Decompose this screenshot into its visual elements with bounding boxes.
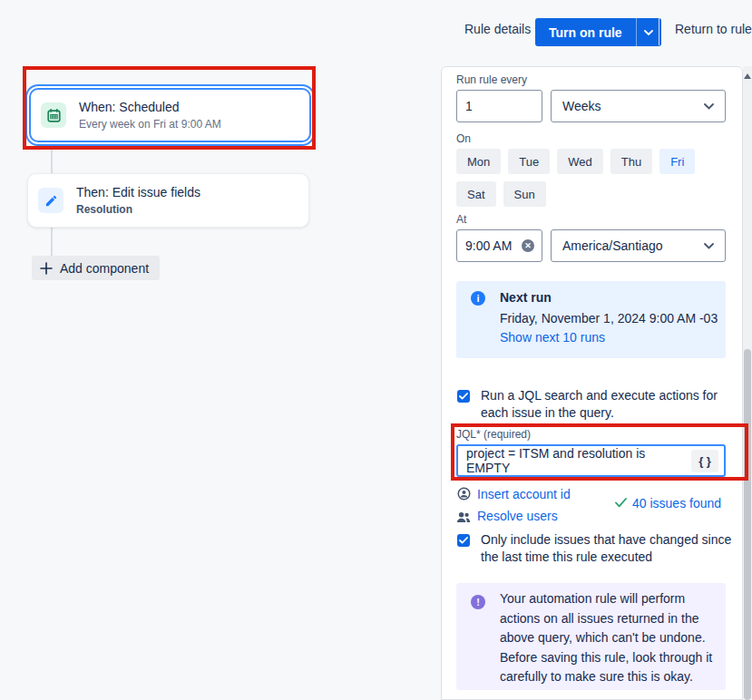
day-chip-tue[interactable]: Tue bbox=[508, 149, 550, 174]
chevron-down-icon bbox=[704, 103, 714, 110]
check-icon bbox=[459, 393, 468, 400]
users-icon bbox=[456, 511, 471, 523]
action-card-edit-issue-fields[interactable]: Then: Edit issue fields Resolution bbox=[27, 173, 309, 228]
issues-found-count[interactable]: 40 issues found bbox=[632, 496, 721, 510]
action-card-title: Then: Edit issue fields bbox=[76, 185, 200, 200]
run-rule-every-label: Run rule every bbox=[456, 73, 527, 86]
jql-input[interactable]: project = ITSM and resolution is EMPTY {… bbox=[456, 444, 726, 477]
changed-since-checkbox[interactable] bbox=[457, 534, 470, 547]
next-run-title: Next run bbox=[500, 290, 552, 305]
info-icon: i bbox=[471, 291, 485, 306]
interval-unit-value: Weeks bbox=[562, 99, 601, 113]
interval-input[interactable]: 1 bbox=[456, 90, 542, 122]
account-circle-icon bbox=[457, 487, 471, 501]
pencil-icon bbox=[38, 188, 63, 213]
run-jql-checkbox-label: Run a JQL search and execute actions for… bbox=[481, 387, 729, 422]
trigger-card-title: When: Scheduled bbox=[79, 100, 221, 115]
scrollbar-up-arrow[interactable] bbox=[744, 73, 751, 79]
return-to-rules-link[interactable]: Return to rules bbox=[675, 22, 752, 36]
timezone-value: America/Santiago bbox=[562, 238, 663, 253]
success-check-icon bbox=[615, 498, 627, 508]
next-run-datetime: Friday, November 1, 2024 9:00 AM -03 bbox=[500, 310, 718, 327]
check-icon bbox=[459, 537, 468, 544]
warning-icon: ! bbox=[471, 595, 485, 609]
chevron-down-icon bbox=[704, 243, 714, 249]
trigger-card-subtitle: Every week on Fri at 9:00 AM bbox=[79, 117, 221, 131]
jql-value: project = ITSM and resolution is EMPTY bbox=[466, 446, 691, 475]
on-days-label: On bbox=[456, 132, 471, 145]
resolve-users-link[interactable]: Resolve users bbox=[477, 509, 558, 523]
day-chip-sat[interactable]: Sat bbox=[456, 181, 496, 207]
day-chip-fri-selected[interactable]: Fri bbox=[659, 149, 695, 174]
time-value: 9:00 AM bbox=[465, 238, 512, 253]
day-chip-wed[interactable]: Wed bbox=[557, 149, 603, 174]
flow-connector-line bbox=[51, 228, 53, 257]
add-component-label: Add component bbox=[60, 261, 149, 276]
warning-text: Your automation rule will perform action… bbox=[500, 589, 722, 687]
rule-details-link[interactable]: Rule details bbox=[464, 22, 531, 36]
day-chip-sun[interactable]: Sun bbox=[503, 181, 546, 207]
insert-smart-value-button[interactable]: { } bbox=[691, 450, 718, 472]
add-component-button[interactable]: Add component bbox=[32, 256, 160, 280]
calendar-icon bbox=[41, 102, 66, 128]
turn-on-rule-split-button: Turn on rule bbox=[535, 18, 661, 46]
day-chip-mon[interactable]: Mon bbox=[456, 149, 501, 174]
at-time-label: At bbox=[456, 213, 466, 226]
changed-since-checkbox-label: Only include issues that have changed si… bbox=[481, 531, 733, 566]
scrollbar-thumb[interactable] bbox=[744, 349, 751, 700]
header-divider bbox=[659, 18, 659, 45]
day-chips: Mon Tue Wed Thu Fri Sat Sun bbox=[456, 149, 721, 207]
action-card-subtitle: Resolution bbox=[76, 202, 200, 217]
turn-on-rule-dropdown-button[interactable] bbox=[636, 18, 661, 46]
turn-on-rule-button[interactable]: Turn on rule bbox=[535, 18, 636, 46]
time-input[interactable]: 9:00 AM ✕ bbox=[456, 229, 542, 262]
insert-account-id-link[interactable]: Insert account id bbox=[477, 487, 571, 501]
jql-label: JQL* (required) bbox=[456, 428, 531, 441]
day-chip-thu[interactable]: Thu bbox=[610, 149, 652, 174]
show-next-runs-link[interactable]: Show next 10 runs bbox=[500, 330, 605, 345]
interval-unit-select[interactable]: Weeks bbox=[551, 90, 726, 122]
plus-icon bbox=[40, 262, 53, 275]
chevron-down-icon bbox=[644, 30, 653, 35]
run-jql-checkbox[interactable] bbox=[457, 390, 470, 403]
timezone-select[interactable]: America/Santiago bbox=[551, 229, 726, 262]
clear-time-icon[interactable]: ✕ bbox=[522, 239, 534, 252]
trigger-card-when-scheduled[interactable]: When: Scheduled Every week on Fri at 9:0… bbox=[29, 88, 311, 142]
flow-connector-line bbox=[51, 145, 53, 174]
